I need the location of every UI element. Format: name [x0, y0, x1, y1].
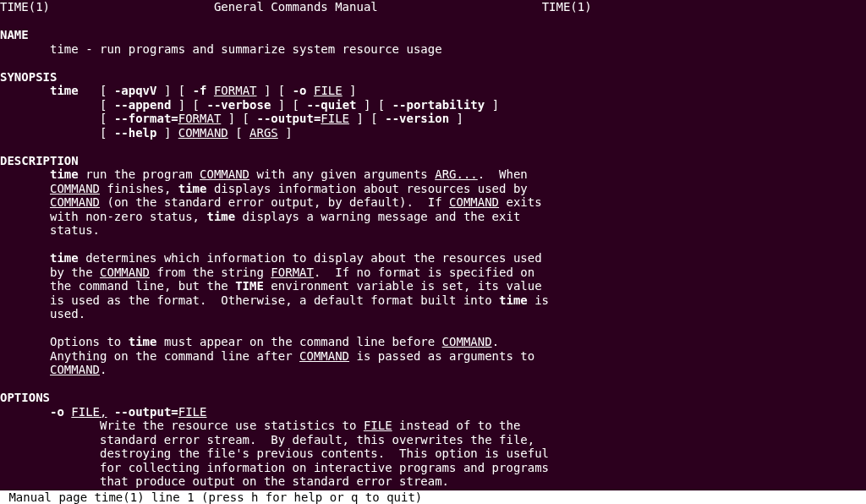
cmd-name: time: [50, 84, 79, 97]
section-synopsis: SYNOPSIS: [0, 70, 57, 84]
header-center: General Commands Manual: [214, 0, 378, 14]
header-right: TIME(1): [542, 0, 592, 14]
header-left: TIME(1): [0, 0, 50, 14]
name-body: time - run programs and summarize system…: [50, 42, 442, 56]
man-page-content[interactable]: TIME(1) General Commands Manual TIME(1) …: [0, 0, 866, 489]
section-options: OPTIONS: [0, 391, 50, 404]
pager-status-line[interactable]: Manual page time(1) line 1 (press h for …: [0, 490, 866, 505]
section-name: NAME: [0, 28, 29, 41]
section-description: DESCRIPTION: [0, 154, 79, 167]
